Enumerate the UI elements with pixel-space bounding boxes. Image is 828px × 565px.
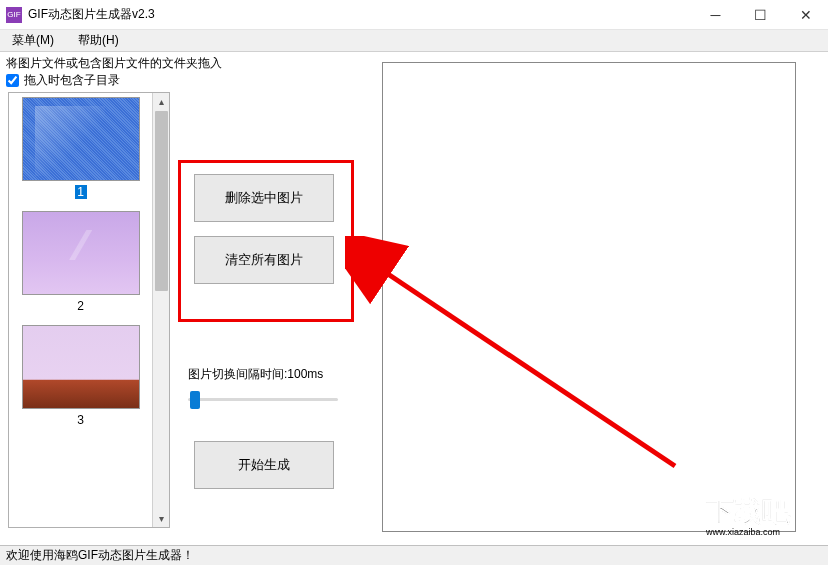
- menu-item-main[interactable]: 菜单(M): [0, 30, 66, 51]
- include-subdirs-checkbox[interactable]: [6, 74, 19, 87]
- window-controls: ─ ☐ ✕: [693, 0, 828, 29]
- close-button[interactable]: ✕: [783, 0, 828, 30]
- interval-label: 图片切换间隔时间:100ms: [188, 366, 375, 383]
- content-area: 将图片文件或包含图片文件的文件夹拖入 拖入时包含子目录 1 2 3 ▴ ▾: [0, 52, 828, 545]
- thumbnail-image: [22, 325, 140, 409]
- include-subdirs-label: 拖入时包含子目录: [24, 73, 120, 87]
- list-item[interactable]: 1: [11, 97, 150, 199]
- thumbnail-image: [22, 97, 140, 181]
- scroll-up-icon[interactable]: ▴: [153, 93, 169, 110]
- status-text: 欢迎使用海鸥GIF动态图片生成器！: [6, 547, 194, 564]
- list-item[interactable]: 2: [11, 211, 150, 313]
- thumbnail-label: 1: [75, 185, 87, 199]
- thumbnail-label: 2: [75, 299, 87, 313]
- slider-track: [188, 398, 338, 401]
- interval-label-prefix: 图片切换间隔时间:: [188, 367, 287, 381]
- scrollbar[interactable]: ▴ ▾: [152, 93, 169, 527]
- thumbnail-panel: 1 2 3 ▴ ▾: [8, 92, 170, 528]
- interval-slider[interactable]: [188, 389, 338, 411]
- scroll-thumb[interactable]: [155, 111, 168, 291]
- thumbnail-image: [22, 211, 140, 295]
- list-item[interactable]: 3: [11, 325, 150, 427]
- controls-column: 删除选中图片 清空所有图片 图片切换间隔时间:100ms 开始生成: [180, 160, 375, 503]
- window-title: GIF动态图片生成器v2.3: [28, 6, 155, 23]
- thumbnail-list[interactable]: 1 2 3: [9, 93, 152, 527]
- thumbnail-label: 3: [75, 413, 87, 427]
- clear-all-button[interactable]: 清空所有图片: [194, 236, 334, 284]
- titlebar: GIF GIF动态图片生成器v2.3 ─ ☐ ✕: [0, 0, 828, 30]
- preview-panel: [382, 62, 796, 532]
- maximize-button[interactable]: ☐: [738, 0, 783, 30]
- interval-value: 100ms: [287, 367, 323, 381]
- app-icon: GIF: [6, 7, 22, 23]
- menubar: 菜单(M) 帮助(H): [0, 30, 828, 52]
- statusbar: 欢迎使用海鸥GIF动态图片生成器！: [0, 545, 828, 565]
- slider-thumb[interactable]: [190, 391, 200, 409]
- delete-selected-button[interactable]: 删除选中图片: [194, 174, 334, 222]
- minimize-button[interactable]: ─: [693, 0, 738, 30]
- menu-item-help[interactable]: 帮助(H): [66, 30, 131, 51]
- scroll-down-icon[interactable]: ▾: [153, 510, 169, 527]
- start-generate-button[interactable]: 开始生成: [194, 441, 334, 489]
